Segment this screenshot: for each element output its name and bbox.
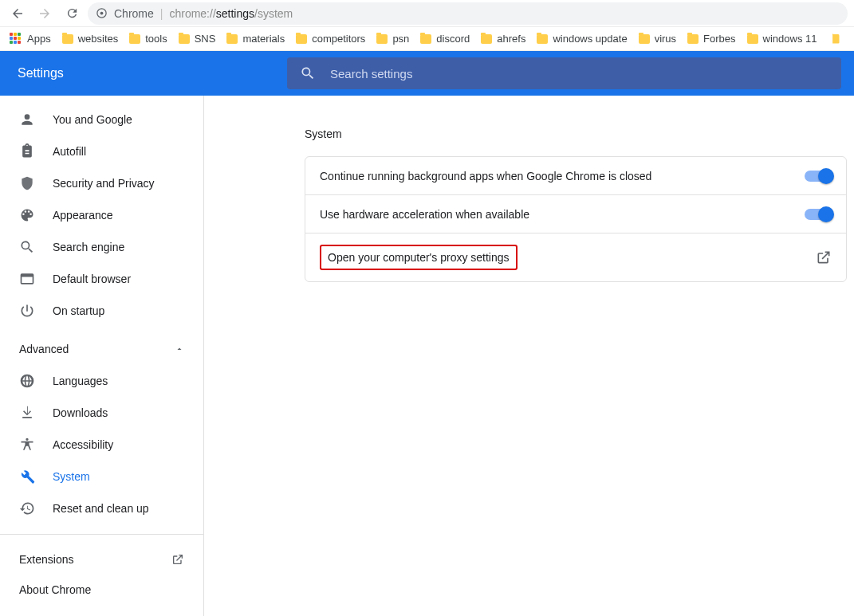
bookmark-folder[interactable]: discord (420, 33, 470, 45)
folder-icon (747, 34, 758, 44)
search-icon (19, 239, 35, 255)
bookmark-folder[interactable]: SNS (179, 33, 216, 45)
sidebar-item-default-browser[interactable]: Default browser (0, 263, 203, 295)
power-icon (19, 303, 35, 319)
setting-row-proxy[interactable]: Open your computer's proxy settings (305, 233, 846, 281)
clipboard-icon (19, 143, 35, 159)
accessibility-icon (19, 437, 35, 453)
address-origin: Chrome (114, 7, 154, 20)
advanced-label: Advanced (19, 343, 69, 355)
toggle-background-apps[interactable] (805, 171, 832, 182)
sidebar-item-label: Autofill (53, 145, 86, 158)
bookmark-folder[interactable]: windows update (537, 33, 627, 45)
folder-icon (226, 34, 238, 44)
settings-title: Settings (0, 66, 287, 80)
folder-icon (179, 34, 190, 44)
folder-icon (828, 34, 840, 44)
sidebar-item-label: System (53, 470, 90, 483)
shield-icon (19, 175, 35, 191)
sidebar-item-label: Languages (53, 375, 108, 387)
settings-sidebar: You and Google Autofill Security and Pri… (0, 96, 204, 616)
sidebar-item-you-and-google[interactable]: You and Google (0, 104, 203, 135)
folder-icon (687, 34, 699, 44)
sidebar-item-label: Downloads (53, 406, 108, 419)
globe-icon (19, 373, 35, 389)
apps-shortcut[interactable]: Apps (10, 33, 51, 45)
back-button[interactable] (6, 2, 29, 25)
sidebar-item-on-startup[interactable]: On startup (0, 295, 203, 327)
folder-icon (481, 34, 492, 44)
setting-label: Use hardware acceleration when available (320, 208, 805, 221)
sidebar-item-search-engine[interactable]: Search engine (0, 231, 203, 263)
sidebar-item-label: Accessibility (53, 438, 113, 451)
setting-label: Continue running background apps when Go… (320, 170, 805, 182)
bookmark-folder[interactable]: virus (639, 33, 676, 45)
settings-search-input[interactable] (330, 67, 828, 80)
apps-icon (10, 33, 22, 45)
sidebar-item-security[interactable]: Security and Privacy (0, 167, 203, 199)
sidebar-item-about[interactable]: About Chrome (0, 575, 203, 605)
sidebar-advanced-toggle[interactable]: Advanced (0, 333, 203, 365)
bookmark-folder[interactable]: competitors (296, 33, 365, 45)
address-separator: | (160, 7, 163, 20)
site-info-icon (96, 7, 108, 19)
bookmark-folder[interactable]: websites (62, 33, 119, 45)
sidebar-item-downloads[interactable]: Downloads (0, 397, 203, 429)
sidebar-item-label: Default browser (53, 273, 131, 285)
folder-icon (296, 34, 307, 44)
settings-header: Settings (0, 51, 854, 96)
svg-point-1 (100, 12, 104, 15)
sidebar-item-reset[interactable]: Reset and clean up (0, 492, 203, 524)
download-icon (19, 405, 35, 421)
sidebar-item-languages[interactable]: Languages (0, 365, 203, 397)
bookmark-folder-cut[interactable] (828, 34, 840, 44)
settings-card: Continue running background apps when Go… (305, 156, 847, 282)
browser-toolbar: Chrome | chrome://settings/system (0, 0, 854, 27)
folder-icon (639, 34, 650, 44)
setting-label: Open your computer's proxy settings (320, 245, 816, 270)
section-title: System (305, 128, 847, 140)
person-icon (19, 112, 35, 128)
sidebar-item-extensions[interactable]: Extensions (0, 544, 203, 575)
sidebar-item-label: You and Google (53, 113, 132, 126)
wrench-icon (19, 469, 35, 485)
bookmark-folder[interactable]: psn (376, 33, 409, 45)
sidebar-item-label: Search engine (53, 241, 124, 253)
bookmark-folder[interactable]: windows 11 (747, 33, 817, 45)
folder-icon (129, 34, 140, 44)
bookmark-folder[interactable]: materials (226, 33, 285, 45)
sidebar-item-label: Reset and clean up (53, 502, 149, 515)
bookmarks-bar: Apps websites tools SNS materials compet… (0, 27, 854, 51)
palette-icon (19, 207, 35, 223)
sidebar-divider (0, 534, 203, 535)
apps-label: Apps (27, 33, 51, 45)
forward-button[interactable] (33, 2, 56, 25)
external-link-icon (816, 249, 832, 265)
reload-button[interactable] (61, 2, 83, 25)
address-url: chrome://settings/system (169, 7, 293, 20)
sidebar-item-system[interactable]: System (0, 461, 203, 492)
sidebar-item-label: On startup (53, 304, 104, 317)
search-icon (300, 65, 316, 81)
restore-icon (19, 500, 35, 516)
settings-search[interactable] (287, 57, 841, 89)
bookmark-folder[interactable]: tools (129, 33, 167, 45)
toggle-hardware-accel[interactable] (805, 209, 832, 220)
folder-icon (537, 34, 548, 44)
address-bar[interactable]: Chrome | chrome://settings/system (88, 2, 848, 25)
sidebar-item-accessibility[interactable]: Accessibility (0, 429, 203, 461)
bookmark-folder[interactable]: Forbes (687, 33, 735, 45)
setting-row-background-apps: Continue running background apps when Go… (305, 157, 846, 195)
sidebar-item-label: Security and Privacy (53, 177, 155, 190)
settings-content: System Continue running background apps … (204, 96, 854, 616)
about-label: About Chrome (19, 583, 91, 596)
setting-row-hardware-accel: Use hardware acceleration when available (305, 195, 846, 233)
bookmark-folder[interactable]: ahrefs (481, 33, 525, 45)
folder-icon (376, 34, 388, 44)
sidebar-item-label: Appearance (53, 209, 113, 222)
sidebar-item-appearance[interactable]: Appearance (0, 199, 203, 231)
sidebar-item-autofill[interactable]: Autofill (0, 135, 203, 167)
folder-icon (420, 34, 431, 44)
window-icon (19, 271, 35, 287)
chevron-up-icon (175, 344, 184, 354)
